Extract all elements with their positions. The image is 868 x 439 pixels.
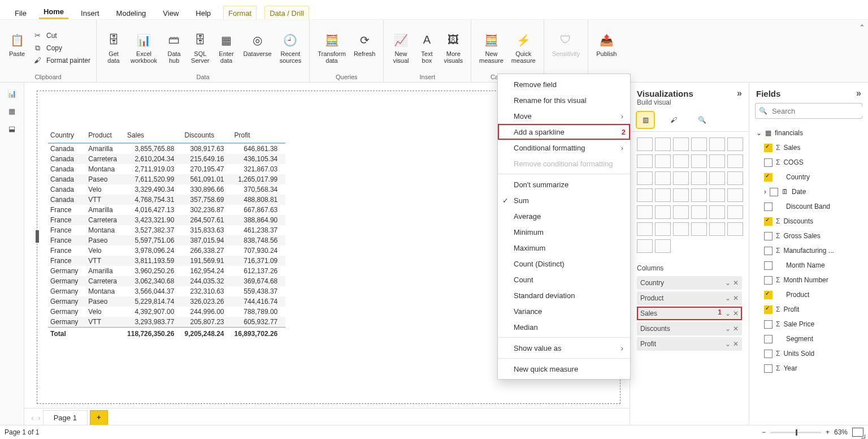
table-node-financials[interactable]: ⌄ ▦ financials xyxy=(754,126,863,140)
tab-view[interactable]: View xyxy=(158,6,183,19)
chevron-right-icon[interactable]: › xyxy=(764,188,766,196)
viz-type-33[interactable] xyxy=(691,222,707,236)
excel-workbook-button[interactable]: 📊 Excel workbook xyxy=(128,31,159,65)
zoom-out[interactable]: − xyxy=(762,428,766,436)
remove-field-icon[interactable]: ✕ xyxy=(733,309,739,317)
viz-type-37[interactable] xyxy=(655,239,671,253)
viz-type-1[interactable] xyxy=(655,137,671,151)
chevron-down-icon[interactable]: ⌄ xyxy=(725,309,731,317)
viz-type-16[interactable] xyxy=(709,171,725,185)
page-tab-1[interactable]: Page 1 xyxy=(43,410,88,425)
viz-type-22[interactable] xyxy=(709,188,725,202)
enter-data-button[interactable]: ▦ Enter data xyxy=(215,31,238,65)
viz-type-17[interactable] xyxy=(727,171,743,185)
column-chip-country[interactable]: Country ⌄ ✕ xyxy=(637,276,742,290)
paste-button[interactable]: 📋 Paste xyxy=(6,31,28,65)
viz-type-5[interactable] xyxy=(727,137,743,151)
checkbox[interactable] xyxy=(764,305,772,314)
viz-type-32[interactable] xyxy=(673,222,689,236)
tab-home[interactable]: Home xyxy=(39,5,68,19)
column-chip-product[interactable]: Product ⌄ ✕ xyxy=(637,291,742,305)
viz-type-21[interactable] xyxy=(691,188,707,202)
viz-type-29[interactable] xyxy=(727,205,743,219)
checkbox[interactable] xyxy=(764,232,772,240)
menu-new-quick-measure[interactable]: New quick measure xyxy=(498,361,630,377)
page-next[interactable]: › xyxy=(36,414,42,422)
model-view-icon[interactable]: ⬓ xyxy=(8,124,15,133)
new-visual-button[interactable]: 📈 New visual xyxy=(389,31,412,65)
field-country[interactable]: Country xyxy=(754,170,863,184)
menu-count[interactable]: Count xyxy=(498,272,630,287)
viz-type-34[interactable] xyxy=(709,222,725,236)
checkbox[interactable] xyxy=(764,364,772,373)
dataverse-button[interactable]: ◎ Dataverse xyxy=(241,31,274,65)
field-profit[interactable]: Profit xyxy=(754,302,863,317)
viz-type-10[interactable] xyxy=(709,154,725,168)
menu-median[interactable]: Median xyxy=(498,319,630,335)
data-view-icon[interactable]: ▦ xyxy=(8,107,15,115)
add-page-button[interactable]: + xyxy=(90,410,108,425)
cut-button[interactable]: ✂ Cut xyxy=(32,30,90,41)
checkbox[interactable] xyxy=(764,291,772,299)
sql-server-button[interactable]: 🗄 SQL Server xyxy=(189,31,211,65)
transform-data-button[interactable]: 🧮 Transform data xyxy=(315,31,348,65)
field-segment[interactable]: Segment xyxy=(754,332,863,346)
menu-move[interactable]: Move› xyxy=(498,108,630,124)
checkbox[interactable] xyxy=(764,261,772,270)
viz-type-26[interactable] xyxy=(673,205,689,219)
viz-type-20[interactable] xyxy=(673,188,689,202)
viz-tab-format[interactable]: 🖌 xyxy=(665,112,682,128)
field-month-name[interactable]: Month Name xyxy=(754,258,863,273)
field-date[interactable]: ›🗓Date xyxy=(754,184,863,199)
get-data-button[interactable]: 🗄 Get data xyxy=(102,31,125,65)
zoom-slider[interactable] xyxy=(770,432,821,433)
menu-show-value-as[interactable]: Show value as› xyxy=(498,340,630,356)
quick-measure-button[interactable]: ⚡ Quick measure xyxy=(509,31,538,65)
remove-field-icon[interactable]: ✕ xyxy=(733,325,739,333)
field-cogs[interactable]: COGS xyxy=(754,155,863,170)
checkbox[interactable] xyxy=(764,173,772,182)
viz-type-11[interactable] xyxy=(727,154,743,168)
refresh-button[interactable]: ⟳ Refresh xyxy=(351,31,378,65)
viz-type-28[interactable] xyxy=(709,205,725,219)
viz-type-7[interactable] xyxy=(655,154,671,168)
field-sale-price[interactable]: Sale Price xyxy=(754,317,863,332)
remove-field-icon[interactable]: ✕ xyxy=(733,340,739,348)
viz-type-15[interactable] xyxy=(691,171,707,185)
column-chip-discounts[interactable]: Discounts ⌄ ✕ xyxy=(637,322,742,335)
viz-type-9[interactable] xyxy=(691,154,707,168)
viz-type-8[interactable] xyxy=(673,154,689,168)
menu-average[interactable]: Average xyxy=(498,208,630,224)
chevron-down-icon[interactable]: ⌄ xyxy=(725,279,731,287)
collapse-fields-pane[interactable]: » xyxy=(856,88,861,98)
checkbox[interactable] xyxy=(764,335,772,343)
field-year[interactable]: Year xyxy=(754,361,863,376)
zoom-level[interactable]: 63% xyxy=(834,428,848,436)
copy-button[interactable]: ⧉ Copy xyxy=(32,42,90,54)
viz-type-2[interactable] xyxy=(673,137,689,151)
menu-maximum[interactable]: Maximum xyxy=(498,240,630,256)
data-hub-button[interactable]: 🗃 Data hub xyxy=(163,31,185,65)
remove-field-icon[interactable]: ✕ xyxy=(733,294,739,302)
field-product[interactable]: Product xyxy=(754,287,863,302)
field-sales[interactable]: Sales xyxy=(754,140,863,155)
field-discounts[interactable]: Discounts xyxy=(754,214,863,229)
viz-type-13[interactable] xyxy=(655,171,671,185)
column-chip-sales[interactable]: Sales ⌄ ✕1 xyxy=(637,307,742,320)
recent-sources-button[interactable]: 🕘 Recent sources xyxy=(277,31,304,65)
viz-type-12[interactable] xyxy=(637,171,653,185)
chevron-down-icon[interactable]: ⌄ xyxy=(725,294,731,302)
viz-type-24[interactable] xyxy=(637,205,653,219)
menu-conditional-formatting[interactable]: Conditional formatting› xyxy=(498,140,630,156)
fit-to-page-icon[interactable] xyxy=(852,428,863,437)
field-units-sold[interactable]: Units Sold xyxy=(754,346,863,361)
checkbox[interactable] xyxy=(764,144,772,152)
page-prev[interactable]: ‹ xyxy=(29,414,36,422)
field-manufacturing-[interactable]: Manufacturing ... xyxy=(754,243,863,258)
field-month-number[interactable]: Month Number xyxy=(754,273,863,287)
viz-type-6[interactable] xyxy=(637,154,653,168)
search-input[interactable] xyxy=(771,106,868,116)
collapse-ribbon[interactable]: ⌃ xyxy=(856,20,868,82)
more-visuals-button[interactable]: 🖼 More visuals xyxy=(441,31,465,65)
viz-type-0[interactable] xyxy=(637,137,653,151)
